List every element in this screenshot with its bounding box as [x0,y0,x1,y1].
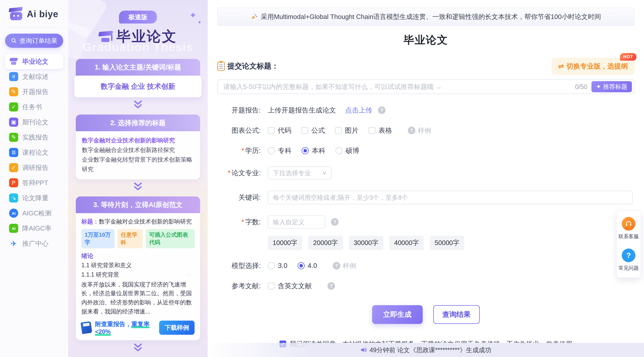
aigc-check-icon: AI [9,209,18,218]
sidebar-item-survey-report[interactable]: ✓ 调研报告 [5,160,63,175]
preset-10000[interactable]: 10000字 [268,236,302,250]
title-input-wrap: 0/50 ✦ 推荐标题 [217,79,634,94]
proposal-hint: 上传开题报告生成论文 [268,106,336,115]
tag-subject: 任意学科 [117,229,143,248]
sidebar-item-journal-paper[interactable]: ▣ 期刊论文 [5,115,63,130]
contact-support-button[interactable]: 联系客服 [618,217,639,240]
sample-link[interactable]: 样例 [343,261,356,270]
preset-20000[interactable]: 20000字 [308,236,343,250]
download-sample-button[interactable]: 下载样例 [159,321,195,335]
sidebar-item-label: 毕业论文 [22,57,49,66]
checkbox-code[interactable]: 代码 [268,126,291,135]
dup-report-note: 附查重报告，重复率<20% [95,320,156,335]
checkbox[interactable] [369,127,375,134]
help-icon[interactable] [327,282,335,290]
help-icon[interactable] [408,127,415,134]
recommend-title-button[interactable]: ✦ 推荐标题 [591,81,632,92]
faq-button[interactable]: ? 常见问题 [618,249,639,272]
logo-icon [8,8,24,21]
sparkle-icon: ✦ [189,10,197,20]
checkbox[interactable] [301,127,308,134]
sidebar-item-task-book[interactable]: ✓ 任务书 [5,99,63,115]
query-order-button[interactable]: 查询订单结果 [5,34,63,48]
checkbox[interactable] [268,283,275,289]
radio-bachelor[interactable]: 本科 [302,146,325,155]
recommended-title: 企业数字金融化转型背景下的技术创新策略研究 [82,155,194,174]
report-book-icon [81,321,92,334]
help-icon[interactable] [333,262,340,270]
sidebar-item-thesis[interactable]: 毕业论文 [5,54,63,69]
radio-model-4[interactable]: 4.0 [298,262,317,270]
practice-report-icon: ✎ [9,133,18,142]
help-icon[interactable] [331,218,339,226]
generate-button[interactable]: 立即生成 [372,305,423,324]
chevron-down-icon: ∨ [322,170,326,176]
title-input[interactable] [223,83,571,91]
radio[interactable] [336,147,343,154]
page-title: 毕业论文 [217,33,634,47]
submit-title-row: 提交论文标题： ⇌ 切换专业版，选提纲 HOT [217,58,634,75]
keywords-input[interactable] [268,191,633,204]
tag-formula: 可插入公式图表代码 [146,229,195,248]
checkbox-english-refs[interactable]: 含英文文献 [268,281,312,291]
radio[interactable] [268,147,275,154]
degree-label: 学历: [217,146,261,155]
preset-40000[interactable]: 40000字 [389,236,424,250]
paper-plane-icon: ✈ [9,239,18,248]
sidebar-item-promotion[interactable]: ✈ 推广中心 [5,236,63,251]
divider [6,27,63,28]
preset-50000[interactable]: 50000字 [430,236,464,250]
task-book-icon: ✓ [9,102,18,111]
swap-icon: ⇌ [558,62,564,70]
radio[interactable] [268,262,275,269]
model-row: 模型选择: 3.0 4.0 样例 [217,261,634,270]
faq-label: 常见问题 [618,265,639,272]
chevron-down-icon [76,182,200,192]
sample-link[interactable]: 样例 [418,126,431,135]
sidebar-item-aigc-reduce[interactable]: AI 降AIGC率 [5,221,63,236]
feature-tags: 1万至10万字 任意学科 可插入公式图表代码 [81,229,195,248]
sidebar-item-aigc-check[interactable]: AI AIGC检测 [5,206,63,221]
switch-pro-button[interactable]: ⇌ 切换专业版，选提纲 HOT [552,58,634,75]
major-select[interactable]: 下拉选择专业 ∨ [268,166,331,180]
sidebar-item-literature-review[interactable]: ≡ 文献综述 [5,69,63,84]
upload-link[interactable]: 点击上传 [345,106,372,115]
sidebar-item-label: AIGC检测 [22,209,52,218]
sparkle-icon: ✦ [197,19,202,25]
wordcount-input[interactable] [268,215,325,229]
journal-paper-icon: ▣ [9,118,18,127]
app-window: Ai biye 查询订单结果 毕业论文 ≡ 文献综述 ✎ 开题报告 ✓ 任务书 [0,0,644,357]
preset-30000[interactable]: 30000字 [349,236,383,250]
sidebar-item-proposal-report[interactable]: ✎ 开题报告 [5,84,63,99]
contact-support-label: 联系客服 [618,233,639,240]
radio-checked[interactable] [302,147,309,154]
radio-model-3[interactable]: 3.0 [268,262,288,270]
sidebar-menu: 毕业论文 ≡ 文献综述 ✎ 开题报告 ✓ 任务书 ▣ 期刊论文 ✎ 实践报告 [5,54,63,251]
sidebar-item-practice-report[interactable]: ✎ 实践报告 [5,130,63,145]
checkbox-image[interactable]: 图片 [335,126,359,135]
survey-report-icon: ✓ [9,163,18,172]
checkbox-table[interactable]: 表格 [369,126,392,135]
query-result-button[interactable]: 查询结果 [433,305,480,324]
logo-text: Ai biye [27,9,58,19]
help-icon[interactable] [378,106,386,114]
speed-version-badge: 极速版 [119,11,157,24]
sidebar-item-course-paper[interactable]: ≣ 课程论文 [5,145,63,160]
sidebar-item-dedup[interactable]: ↘ 论文降重 [5,190,63,206]
radio-master-phd[interactable]: 硕博 [336,146,359,155]
step2-header: 2. 选择推荐的标题 [76,115,200,131]
sidebar-item-label: 推广中心 [22,239,49,248]
checkbox-formula[interactable]: 公式 [301,126,325,135]
radio-associate[interactable]: 专科 [268,146,292,155]
radio-checked[interactable] [298,262,305,269]
literature-review-icon: ≡ [9,72,18,81]
checkbox[interactable] [268,127,275,134]
submit-title-label: 提交论文标题： [217,61,279,71]
step3-footer: 附查重报告，重复率<20% 下载样例 [81,320,195,335]
sidebar-item-label: 论文降重 [22,194,49,203]
speaker-icon [360,347,367,353]
chevron-down-icon [76,343,200,353]
sidebar-item-label: 答辩PPT [22,178,48,187]
checkbox[interactable] [335,127,342,134]
sidebar-item-defense-ppt[interactable]: P 答辩PPT [5,175,63,190]
